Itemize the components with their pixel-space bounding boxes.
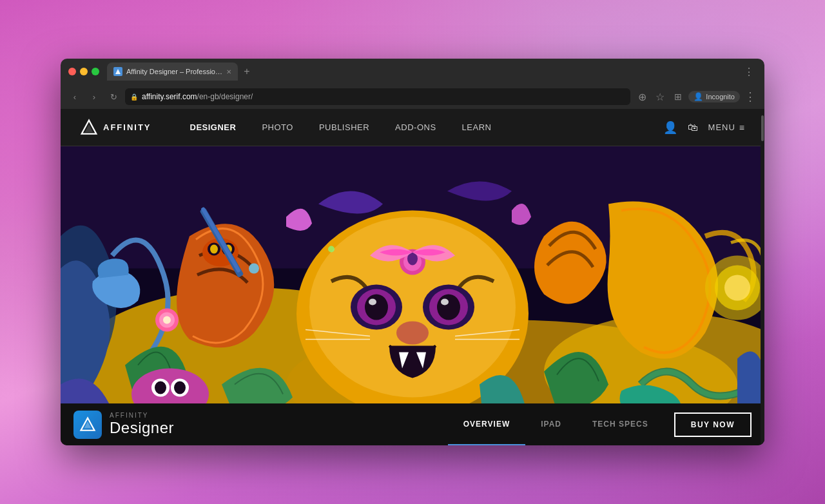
zoom-button[interactable]: ⊕ [634, 89, 650, 104]
maximize-window-button[interactable] [92, 68, 99, 75]
nav-link-designer[interactable]: DESIGNER [190, 122, 237, 132]
browser-window: Affinity Designer – Professio… ✕ + ⋮ ‹ ›… [61, 59, 764, 445]
nav-extras: ⊕ ☆ ⊞ 👤 Incognito ⋮ [634, 89, 758, 104]
browser-tab-bar: Affinity Designer – Professio… ✕ + [107, 63, 733, 81]
svg-point-33 [163, 316, 171, 324]
svg-point-18 [396, 322, 429, 345]
traffic-lights [68, 68, 99, 75]
buy-now-button[interactable]: BUY NOW [674, 412, 752, 437]
nav-link-learn[interactable]: LEARN [462, 122, 492, 132]
bottom-bar: AFFINITY Designer OVERVIEW IPAD TECH SPE… [61, 403, 764, 445]
svg-point-40 [155, 382, 166, 394]
cart-icon[interactable]: 🛍 [688, 122, 698, 133]
address-bar[interactable]: 🔒 affinity.serif.com/en-gb/designer/ [125, 88, 630, 105]
tab-overview[interactable]: OVERVIEW [448, 403, 525, 445]
hero-illustration [61, 146, 764, 403]
product-name-area: AFFINITY Designer [110, 412, 174, 437]
hero-area [61, 146, 764, 403]
address-text: affinity.serif.com/en-gb/designer/ [142, 92, 253, 101]
menu-label-text: MENU [708, 122, 735, 132]
svg-point-29 [210, 245, 218, 254]
product-logo-area: AFFINITY Designer [73, 411, 174, 439]
page-content: AFFINITY DESIGNER PHOTO PUBLISHER ADD-ON… [61, 109, 764, 445]
browser-chrome: Affinity Designer – Professio… ✕ + ⋮ ‹ ›… [61, 59, 764, 109]
affinity-logo-text: AFFINITY [103, 122, 151, 132]
nav-link-addons[interactable]: ADD-ONS [395, 122, 436, 132]
product-brand: AFFINITY [110, 412, 174, 419]
site-nav-actions: 👤 🛍 MENU ≡ [663, 121, 745, 135]
back-button[interactable]: ‹ [67, 89, 82, 104]
site-nav-links: DESIGNER PHOTO PUBLISHER ADD-ONS LEARN [190, 122, 663, 132]
chrome-menu-button[interactable]: ⋮ [742, 89, 758, 104]
tab-favicon [113, 67, 122, 76]
svg-point-36 [328, 246, 335, 253]
tab-title: Affinity Designer – Professio… [126, 68, 222, 75]
product-icon [73, 411, 102, 439]
address-path: /en-gb/designer/ [197, 92, 253, 101]
tab-close-button[interactable]: ✕ [226, 68, 231, 75]
browser-menu-button[interactable]: ⋮ [741, 64, 757, 79]
browser-nav-bar: ‹ › ↻ 🔒 affinity.serif.com/en-gb/designe… [61, 84, 764, 109]
svg-point-15 [437, 295, 460, 320]
new-tab-button[interactable]: + [240, 65, 253, 78]
tab-ipad[interactable]: IPAD [525, 403, 577, 445]
scroll-thumb[interactable] [761, 115, 764, 141]
product-icon-svg [79, 416, 97, 434]
address-domain: affinity.serif.com [142, 92, 197, 101]
account-icon[interactable]: 👤 [663, 121, 677, 135]
svg-point-34 [249, 264, 259, 274]
incognito-badge: 👤 Incognito [688, 91, 740, 102]
nav-link-photo[interactable]: PHOTO [262, 122, 293, 132]
site-navigation: AFFINITY DESIGNER PHOTO PUBLISHER ADD-ON… [61, 109, 764, 146]
svg-point-16 [369, 299, 376, 305]
close-window-button[interactable] [68, 68, 76, 75]
svg-marker-0 [115, 69, 121, 74]
tab-tech-specs[interactable]: TECH SPECS [577, 403, 664, 445]
browser-scrollbar[interactable] [761, 109, 764, 445]
hamburger-icon: ≡ [739, 122, 745, 133]
product-name: Designer [110, 419, 174, 437]
affinity-logo-icon [80, 119, 98, 137]
svg-point-41 [174, 382, 186, 394]
extensions-button[interactable]: ⊞ [670, 89, 686, 104]
ssl-lock-icon: 🔒 [130, 93, 138, 101]
page-tabs: OVERVIEW IPAD TECH SPECS [448, 403, 664, 445]
browser-tab-active[interactable]: Affinity Designer – Professio… ✕ [107, 63, 238, 81]
incognito-label: Incognito [706, 93, 735, 101]
nav-link-publisher[interactable]: PUBLISHER [319, 122, 369, 132]
forward-button[interactable]: › [86, 89, 102, 104]
browser-titlebar: Affinity Designer – Professio… ✕ + ⋮ [61, 59, 764, 84]
menu-button[interactable]: MENU ≡ [708, 122, 745, 133]
svg-point-14 [365, 295, 388, 320]
bookmark-button[interactable]: ☆ [652, 89, 668, 104]
reload-button[interactable]: ↻ [106, 89, 121, 104]
minimize-window-button[interactable] [80, 68, 88, 75]
svg-point-17 [441, 299, 449, 305]
affinity-logo[interactable]: AFFINITY [80, 119, 151, 137]
svg-point-44 [724, 275, 750, 301]
